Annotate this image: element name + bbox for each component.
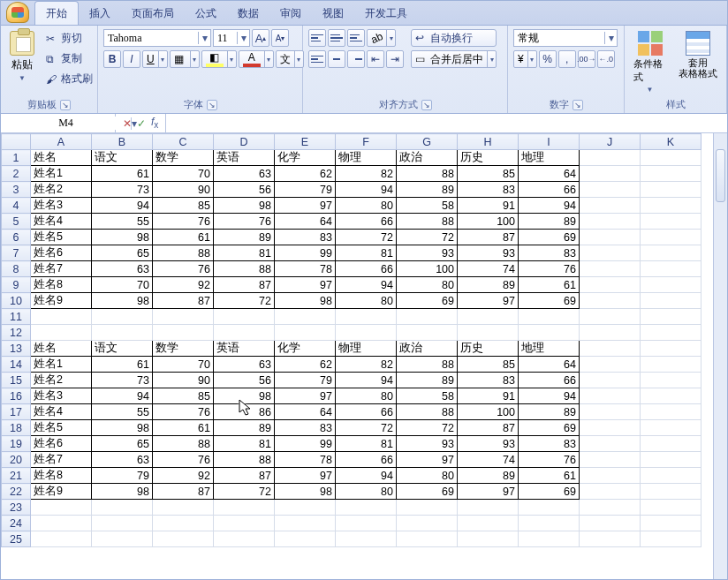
copy-button[interactable]: ⧉ 复制 [42,49,97,68]
cell[interactable]: 69 [397,484,458,500]
cell[interactable]: 92 [153,277,214,293]
cell[interactable]: 89 [458,468,519,484]
align-center-button[interactable] [328,50,345,68]
cell[interactable] [641,404,701,420]
cell[interactable]: 物理 [336,341,397,357]
cell[interactable]: 97 [458,293,519,309]
cell[interactable] [31,325,92,341]
tab-formula[interactable]: 公式 [185,2,227,25]
cell[interactable] [397,516,458,531]
cell[interactable]: 72 [397,420,458,436]
cell[interactable]: 93 [458,245,519,261]
cell[interactable] [580,357,641,373]
row-header[interactable]: 24 [2,516,31,531]
cell[interactable]: 89 [519,214,580,230]
cell[interactable]: 85 [153,198,214,214]
cell[interactable]: 79 [275,182,336,198]
cell[interactable] [275,516,336,531]
cell[interactable] [641,516,701,531]
column-header[interactable]: K [641,134,701,150]
cell[interactable]: 97 [275,198,336,214]
cell[interactable]: 78 [275,261,336,277]
cell[interactable]: 65 [92,245,153,261]
column-header[interactable]: H [458,134,519,150]
phonetic-button[interactable]: 文▾ [276,50,304,68]
cell[interactable] [275,309,336,325]
cell[interactable] [519,531,580,547]
cell[interactable]: 语文 [92,341,153,357]
cell[interactable] [214,500,275,516]
tab-data[interactable]: 数据 [227,2,269,25]
cell[interactable]: 62 [275,166,336,182]
cell[interactable]: 87 [214,468,275,484]
cell[interactable] [214,516,275,531]
tab-dev[interactable]: 开发工具 [354,2,418,25]
fill-color-button[interactable]: ◧▾ [201,50,237,68]
cell[interactable]: 66 [519,182,580,198]
fx-button[interactable]: fx [151,116,158,130]
cell[interactable] [580,325,641,341]
cell[interactable] [397,531,458,547]
cell[interactable] [641,293,701,309]
cell[interactable] [580,293,641,309]
column-header[interactable]: D [214,134,275,150]
number-format-combo[interactable]: 常规 ▾ [513,29,618,47]
cell[interactable]: 姓名6 [31,436,92,452]
cell[interactable] [580,452,641,468]
cell[interactable] [641,198,701,214]
cell[interactable] [458,531,519,547]
cell[interactable]: 89 [397,373,458,388]
cell[interactable]: 98 [92,484,153,500]
cell[interactable]: 93 [458,436,519,452]
cell[interactable]: 81 [214,245,275,261]
row-header[interactable]: 23 [2,500,31,516]
row-header[interactable]: 6 [2,230,31,245]
cell[interactable]: 91 [458,198,519,214]
cell[interactable]: 88 [153,245,214,261]
cell[interactable]: 69 [519,484,580,500]
shrink-font-button[interactable]: A▾ [271,29,289,47]
conditional-format-button[interactable]: 条件格式 ▼ [630,29,670,95]
row-header[interactable]: 25 [2,531,31,547]
cell[interactable] [336,309,397,325]
cell[interactable]: 74 [458,261,519,277]
cell[interactable]: 83 [275,230,336,245]
format-as-table-button[interactable]: 套用 表格格式 [675,29,721,80]
cell[interactable] [397,325,458,341]
cell[interactable] [397,500,458,516]
column-header[interactable]: G [397,134,458,150]
cell[interactable]: 86 [214,404,275,420]
percent-button[interactable]: % [539,50,557,68]
cell[interactable]: 89 [458,277,519,293]
cell[interactable]: 姓名8 [31,468,92,484]
cell[interactable] [92,325,153,341]
cell[interactable] [31,531,92,547]
cell[interactable] [153,531,214,547]
cell[interactable]: 64 [275,404,336,420]
cell[interactable] [580,388,641,404]
cell[interactable]: 80 [397,277,458,293]
cell[interactable]: 地理 [519,150,580,166]
cell[interactable]: 数学 [153,150,214,166]
cell[interactable]: 78 [275,452,336,468]
row-header[interactable]: 2 [2,166,31,182]
cell[interactable]: 82 [336,357,397,373]
cell[interactable] [580,277,641,293]
cell[interactable]: 63 [214,357,275,373]
cell[interactable]: 90 [153,373,214,388]
row-header[interactable]: 11 [2,309,31,325]
row-header[interactable]: 19 [2,436,31,452]
cell[interactable]: 70 [92,277,153,293]
row-header[interactable]: 15 [2,373,31,388]
cell[interactable]: 76 [153,214,214,230]
scrollbar-thumb[interactable] [716,149,725,202]
cell[interactable]: 80 [336,198,397,214]
cell[interactable]: 语文 [92,150,153,166]
cell[interactable]: 97 [275,277,336,293]
cell[interactable]: 97 [458,484,519,500]
cell[interactable] [580,404,641,420]
cell[interactable]: 姓名3 [31,388,92,404]
cell[interactable]: 87 [458,420,519,436]
cell[interactable]: 90 [153,182,214,198]
cell[interactable]: 76 [153,452,214,468]
